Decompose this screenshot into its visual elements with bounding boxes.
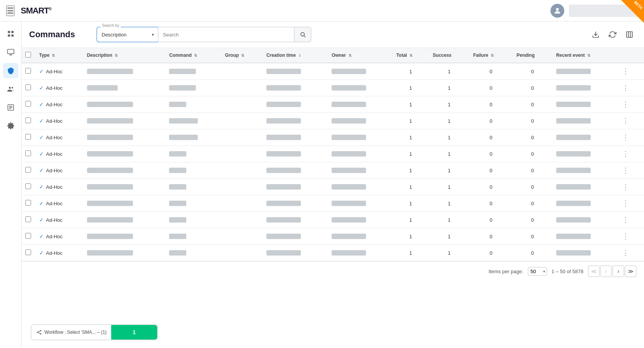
owner-bar xyxy=(332,234,366,239)
row-actions-button[interactable]: ⋮ xyxy=(621,66,631,76)
svg-point-8 xyxy=(9,87,11,89)
row-actions-button[interactable]: ⋮ xyxy=(621,215,631,225)
hamburger-button[interactable]: ☰ xyxy=(6,5,15,16)
col-group[interactable]: Group ⇅ xyxy=(221,48,263,63)
success-cell: 1 xyxy=(429,162,469,179)
group-cell xyxy=(221,195,263,212)
row-actions-button[interactable]: ⋮ xyxy=(621,165,631,175)
row-checkbox[interactable] xyxy=(25,183,31,189)
description-bar xyxy=(87,217,133,223)
creation-time-cell xyxy=(263,80,328,96)
prev-page-button[interactable]: ‹ xyxy=(600,266,612,277)
creation-time-bar xyxy=(266,85,301,91)
actions-cell: ⋮ xyxy=(617,113,644,129)
recent-event-cell xyxy=(552,80,617,96)
sidebar-item-dashboard[interactable] xyxy=(3,26,18,41)
group-cell xyxy=(221,179,263,195)
avatar xyxy=(550,4,564,18)
row-checkbox-cell xyxy=(21,245,35,261)
row-checkbox[interactable] xyxy=(25,68,31,74)
col-failure[interactable]: Failure ⇅ xyxy=(469,48,513,63)
next-page-button[interactable]: › xyxy=(613,266,624,277)
failure-cell: 0 xyxy=(469,129,513,146)
col-recent-event[interactable]: Recent event ⇅ xyxy=(552,48,617,63)
type-cell: ✓ Ad-Hoc xyxy=(35,228,83,245)
type-value: Ad-Hoc xyxy=(46,234,62,239)
owner-cell xyxy=(328,179,393,195)
per-page-select[interactable]: 10 25 50 100 xyxy=(528,267,547,276)
search-by-select[interactable]: Description Command Group Owner Type xyxy=(97,27,158,42)
row-checkbox[interactable] xyxy=(25,249,31,255)
row-actions-button[interactable]: ⋮ xyxy=(621,149,631,159)
command-cell xyxy=(165,146,221,162)
table-row: ✓ Ad-Hoc 1 1 0 0 ⋮ xyxy=(21,245,644,261)
last-page-button[interactable]: ≫ xyxy=(625,266,636,277)
first-page-button[interactable]: ≪ xyxy=(588,266,600,277)
sidebar-item-security[interactable] xyxy=(3,63,18,78)
owner-cell xyxy=(328,195,393,212)
total-cell: 1 xyxy=(393,228,429,245)
pending-cell: 0 xyxy=(513,195,552,212)
command-cell xyxy=(165,245,221,261)
row-actions-button[interactable]: ⋮ xyxy=(621,182,631,192)
description-cell xyxy=(83,228,166,245)
row-actions-button[interactable]: ⋮ xyxy=(621,248,631,258)
row-actions-button[interactable]: ⋮ xyxy=(621,231,631,241)
row-checkbox[interactable] xyxy=(25,233,31,239)
recent-event-bar xyxy=(556,168,591,173)
failure-cell: 0 xyxy=(469,63,513,80)
col-description[interactable]: Description ⇅ xyxy=(83,48,166,63)
creation-time-cell xyxy=(263,245,328,261)
svg-rect-5 xyxy=(7,49,14,54)
col-total[interactable]: Total ⇅ xyxy=(393,48,429,63)
search-button[interactable] xyxy=(294,27,311,42)
owner-cell xyxy=(328,96,393,113)
col-command[interactable]: Command ⇅ xyxy=(165,48,221,63)
row-checkbox[interactable] xyxy=(25,200,31,206)
search-by-wrapper: Search by Description Command Group Owne… xyxy=(97,27,158,42)
row-checkbox[interactable] xyxy=(25,117,31,123)
search-input[interactable] xyxy=(158,27,294,42)
total-cell: 1 xyxy=(393,195,429,212)
svg-rect-17 xyxy=(627,32,632,38)
sidebar-item-commands[interactable] xyxy=(3,100,18,115)
row-actions-button[interactable]: ⋮ xyxy=(621,99,631,109)
row-checkbox[interactable] xyxy=(25,216,31,222)
sidebar-item-settings[interactable] xyxy=(3,118,18,134)
refresh-button[interactable] xyxy=(606,28,619,41)
failure-cell: 0 xyxy=(469,162,513,179)
row-actions-button[interactable]: ⋮ xyxy=(621,132,631,142)
row-actions-button[interactable]: ⋮ xyxy=(621,198,631,208)
command-bar xyxy=(169,85,196,91)
col-owner[interactable]: Owner ⇅ xyxy=(328,48,393,63)
row-checkbox[interactable] xyxy=(25,134,31,140)
columns-button[interactable] xyxy=(623,28,636,41)
col-creation-time[interactable]: Creation time ⇃ xyxy=(263,48,328,63)
command-bar xyxy=(169,151,186,157)
sidebar-item-monitor[interactable] xyxy=(3,45,18,60)
col-success[interactable]: Success xyxy=(429,48,469,63)
type-value: Ad-Hoc xyxy=(46,69,62,74)
col-pending[interactable]: Pending xyxy=(513,48,552,63)
recent-event-bar xyxy=(556,118,591,124)
svg-point-14 xyxy=(301,33,304,36)
row-checkbox[interactable] xyxy=(25,150,31,156)
export-button[interactable] xyxy=(589,28,603,41)
select-all-checkbox[interactable] xyxy=(25,52,31,58)
description-bar xyxy=(87,168,133,173)
sidebar-item-users[interactable] xyxy=(3,81,18,97)
row-checkbox[interactable] xyxy=(25,167,31,173)
success-cell: 1 xyxy=(429,146,469,162)
row-actions-button[interactable]: ⋮ xyxy=(621,116,631,126)
type-cell: ✓ Ad-Hoc xyxy=(35,113,83,129)
check-icon: ✓ xyxy=(39,68,44,74)
group-cell xyxy=(221,80,263,96)
row-checkbox-cell xyxy=(21,146,35,162)
row-checkbox[interactable] xyxy=(25,101,31,107)
row-actions-button[interactable]: ⋮ xyxy=(621,83,631,93)
type-cell: ✓ Ad-Hoc xyxy=(35,212,83,228)
row-checkbox[interactable] xyxy=(25,84,31,90)
failure-cell: 0 xyxy=(469,245,513,261)
owner-bar xyxy=(332,168,366,173)
col-type[interactable]: Type ⇅ xyxy=(35,48,83,63)
